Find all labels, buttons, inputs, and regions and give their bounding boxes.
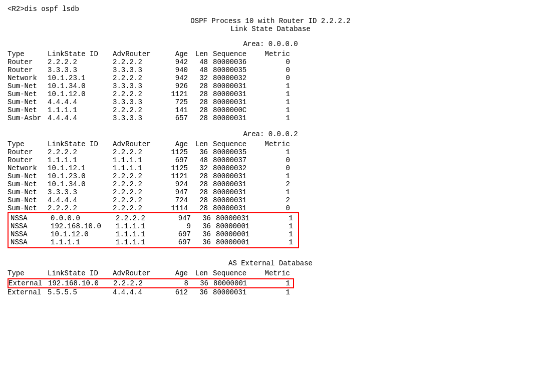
table-cell: 3.3.3.3 (48, 66, 113, 74)
table-cell: 4.4.4.4 (48, 98, 113, 106)
table-cell: 0 (263, 204, 293, 212)
as-ext-table2: External5.5.5.54.4.4.461236800000311 (8, 288, 293, 296)
table-cell: 2.2.2.2 (113, 279, 168, 288)
col-age-hdr2: Age (168, 140, 193, 148)
table-cell: 10.1.34.0 (48, 180, 113, 188)
table-cell: Router (8, 148, 48, 156)
table-cell: 1.1.1.1 (116, 238, 171, 246)
table-cell: 5.5.5.5 (48, 288, 113, 296)
table-cell: 80000031 (213, 204, 263, 212)
table-cell: 10.1.12.1 (48, 164, 113, 172)
table-cell: Sum-Net (8, 188, 48, 196)
ext-boxed-table: External192.168.10.02.2.2.2836800000011 (8, 278, 294, 288)
title-line2: Link State Database (8, 25, 533, 33)
table-cell: 80000031 (213, 82, 263, 90)
table-cell: 32 (193, 164, 213, 172)
table-row: NSSA10.1.12.01.1.1.169736800000011 (11, 230, 296, 238)
table-cell: 4.4.4.4 (48, 196, 113, 204)
table-cell: 141 (168, 106, 193, 114)
table-cell: 80000031 (213, 188, 263, 196)
table-cell: 192.168.10.0 (51, 222, 116, 230)
table-cell: 9 (171, 222, 196, 230)
table-cell: 926 (168, 82, 193, 90)
table-cell: 2 (263, 180, 293, 188)
table-cell: 3.3.3.3 (113, 82, 168, 90)
table-cell: 80000031 (213, 172, 263, 180)
area2-header: Area: 0.0.0.2 (8, 130, 533, 138)
col-lsid-hdr: LinkState ID (48, 50, 113, 58)
title-line1: OSPF Process 10 with Router ID 2.2.2.2 (8, 17, 533, 25)
table-cell: 80000036 (213, 58, 263, 66)
table-cell: 1.1.1.1 (51, 238, 116, 246)
table-cell: 32 (193, 74, 213, 82)
table-cell: Network (8, 164, 48, 172)
table-cell: NSSA (11, 230, 51, 238)
table-cell: 1 (263, 279, 294, 288)
table-cell: 1 (263, 114, 293, 122)
as-ext-header: AS External Database (8, 259, 533, 267)
table-cell: 0 (263, 58, 293, 66)
table-cell: 1 (263, 172, 293, 180)
table-cell: 2.2.2.2 (113, 172, 168, 180)
table-cell: 28 (193, 188, 213, 196)
area1-section: Area: 0.0.0.0 Type LinkState ID AdvRoute… (8, 40, 533, 122)
table-row: NSSA1.1.1.11.1.1.169736800000011 (11, 238, 296, 246)
table-cell: 1 (266, 214, 296, 222)
table-row: Sum-Net4.4.4.42.2.2.272428800000312 (8, 196, 293, 204)
table-cell: 80000031 (216, 214, 266, 222)
area2-table: Type LinkState ID AdvRouter Age Len Sequ… (8, 140, 293, 212)
table-cell: Router (8, 58, 48, 66)
col-metric-hdr3: Metric (263, 269, 293, 277)
table-cell: 28 (193, 98, 213, 106)
table-cell: 2.2.2.2 (113, 204, 168, 212)
table-row: Sum-Asbr4.4.4.43.3.3.365728800000311 (8, 114, 293, 122)
table-cell: 10.1.23.1 (48, 74, 113, 82)
table-cell: Sum-Net (8, 204, 48, 212)
table-row: Network10.1.12.11.1.1.1112532800000320 (8, 164, 293, 172)
table-row: Router2.2.2.22.2.2.2112536800000351 (8, 148, 293, 156)
title-block: OSPF Process 10 with Router ID 2.2.2.2 L… (8, 17, 533, 33)
table-cell: 1 (263, 98, 293, 106)
table-cell: 1.1.1.1 (116, 230, 171, 238)
col-advr-hdr2: AdvRouter (113, 140, 168, 148)
col-age-hdr: Age (168, 50, 193, 58)
col-metric-hdr: Metric (263, 50, 293, 58)
table-cell: Router (8, 66, 48, 74)
table-row: Router3.3.3.33.3.3.394048800000350 (8, 66, 293, 74)
table-cell: 2.2.2.2 (113, 188, 168, 196)
table-cell: 0 (263, 156, 293, 164)
table-cell: Sum-Net (8, 82, 48, 90)
table-cell: 80000031 (213, 114, 263, 122)
table-cell: Sum-Net (8, 90, 48, 98)
table-cell: 8000000C (213, 106, 263, 114)
table-cell: 942 (168, 74, 193, 82)
table-cell: 2.2.2.2 (113, 58, 168, 66)
table-cell: 80000037 (213, 156, 263, 164)
table-cell: 80000032 (213, 164, 263, 172)
table-cell: 36 (196, 238, 216, 246)
table-cell: 0.0.0.0 (51, 214, 116, 222)
table-row: Sum-Net4.4.4.43.3.3.372528800000311 (8, 98, 293, 106)
nssa-table: NSSA0.0.0.02.2.2.294736800000311NSSA192.… (11, 214, 296, 246)
table-cell: 48 (193, 156, 213, 164)
table-cell: 80000001 (216, 230, 266, 238)
table-row: Sum-Net2.2.2.22.2.2.2111428800000310 (8, 204, 293, 212)
table-cell: 2.2.2.2 (116, 214, 171, 222)
table-cell: 2.2.2.2 (113, 90, 168, 98)
table-cell: 724 (168, 196, 193, 204)
table-row: Sum-Net10.1.23.02.2.2.2112128800000311 (8, 172, 293, 180)
col-advr-hdr3: AdvRouter (113, 269, 168, 277)
table-cell: 28 (193, 90, 213, 98)
table-cell: NSSA (11, 222, 51, 230)
table-cell: 80000035 (213, 148, 263, 156)
table-cell: 2.2.2.2 (48, 148, 113, 156)
table-cell: 48 (193, 58, 213, 66)
as-ext-section: AS External Database Type LinkState ID A… (8, 259, 533, 296)
col-lsid-hdr3: LinkState ID (48, 269, 113, 277)
table-cell: 80000001 (216, 238, 266, 246)
area2-header-row: Type LinkState ID AdvRouter Age Len Sequ… (8, 140, 293, 148)
table-cell: 2.2.2.2 (113, 148, 168, 156)
table-row: NSSA0.0.0.02.2.2.294736800000311 (11, 214, 296, 222)
table-cell: Sum-Asbr (8, 114, 48, 122)
table-cell: 1.1.1.1 (113, 156, 168, 164)
